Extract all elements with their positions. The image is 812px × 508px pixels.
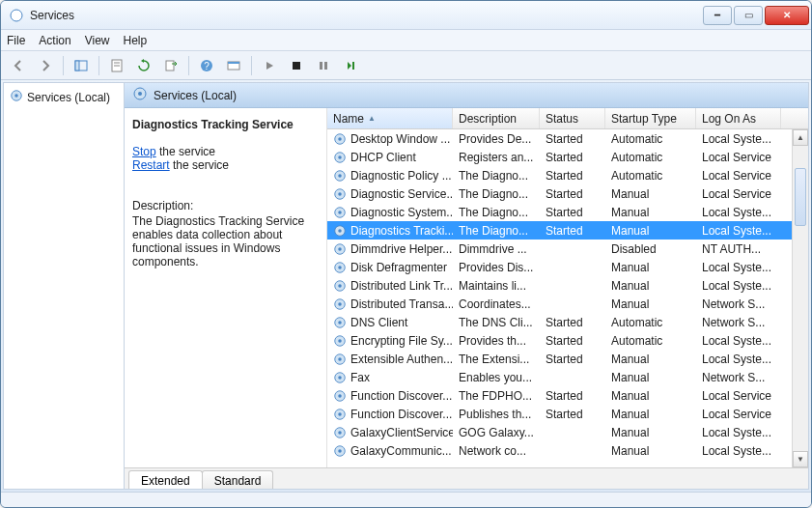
restart-link-suffix: the service [170,158,229,172]
restart-link[interactable]: Restart [132,158,170,172]
cell-name: Diagnostic Service... [327,187,453,201]
cell-description: Maintains li... [453,279,540,293]
tree-pane: Services (Local) [4,83,125,489]
svg-point-21 [338,137,342,141]
service-row[interactable]: Extensible Authen...The Extensi...Starte… [327,350,808,368]
cell-startup-type: Automatic [605,316,696,329]
menu-view[interactable]: View [85,34,110,47]
start-service-button[interactable] [258,54,281,77]
cell-log-on-as: Local Syste... [696,444,781,458]
cell-status: Started [540,224,605,238]
cell-startup-type: Manual [605,279,696,293]
svg-point-19 [138,92,142,96]
service-row[interactable]: Diagnostic Policy ...The Diagno...Starte… [327,166,808,184]
column-headers: Name▲ Description Status Startup Type Lo… [327,108,808,129]
service-row[interactable]: Dimmdrive Helper...Dimmdrive ...Disabled… [327,240,808,258]
service-row[interactable]: DNS ClientThe DNS Cli...StartedAutomatic… [327,313,808,331]
service-dialog-button[interactable] [222,54,245,77]
refresh-button[interactable] [132,54,155,77]
column-header-status[interactable]: Status [540,108,605,128]
svg-rect-3 [75,61,79,71]
cell-startup-type: Manual [605,224,696,238]
svg-rect-14 [324,62,327,70]
service-row[interactable]: Disk DefragmenterProvides Dis...ManualLo… [327,258,808,276]
tree-root-services-local[interactable]: Services (Local) [8,87,120,107]
cell-description: Enables you... [453,371,540,384]
cell-status: Started [540,169,605,183]
menu-file[interactable]: File [7,34,25,47]
column-header-name[interactable]: Name▲ [327,108,453,128]
column-header-log-on-as[interactable]: Log On As [696,108,781,128]
cell-status: Started [540,316,605,329]
svg-rect-13 [320,62,322,70]
scrollbar-thumb[interactable] [795,168,806,226]
cell-status: Started [540,132,605,146]
cell-log-on-as: Local Service [696,169,781,183]
close-button[interactable]: ✕ [765,6,809,25]
service-row[interactable]: Diagnostic System...The Diagno...Started… [327,203,808,221]
service-row[interactable]: FaxEnables you...ManualNetwork S... [327,368,808,386]
cell-name: DNS Client [327,316,453,329]
service-row[interactable]: Desktop Window ...Provides De...StartedA… [327,129,808,148]
maximize-button[interactable]: ▭ [734,6,763,25]
service-row[interactable]: Diagnostic Service...The Diagno...Starte… [327,184,808,203]
service-row[interactable]: DHCP ClientRegisters an...StartedAutomat… [327,148,808,166]
scroll-up-button[interactable]: ▲ [793,129,808,146]
pause-service-button[interactable] [312,54,335,77]
restart-service-button[interactable] [339,54,362,77]
service-row[interactable]: GalaxyCommunic...Network co...ManualLoca… [327,441,808,460]
detail-header: Services (Local) [125,83,808,108]
help-button[interactable]: ? [195,54,218,77]
svg-point-49 [338,394,342,398]
svg-point-47 [338,376,342,380]
menu-action[interactable]: Action [39,34,70,47]
service-row[interactable]: Distributed Transa...Coordinates...Manua… [327,295,808,313]
cell-name: DHCP Client [327,151,453,164]
column-header-startup-type[interactable]: Startup Type [605,108,696,128]
show-hide-tree-button[interactable] [70,54,93,77]
services-app-icon [9,8,24,23]
forward-button[interactable] [34,54,57,77]
tree-root-label: Services (Local) [27,91,110,104]
stop-service-button[interactable] [285,54,308,77]
detail-body: Diagnostics Tracking Service Stop the se… [125,108,808,467]
cell-description: Registers an... [453,151,540,164]
svg-point-37 [338,284,342,288]
toolbar-separator [251,56,252,75]
cell-log-on-as: Network S... [696,297,781,311]
menu-help[interactable]: Help [124,34,148,47]
service-row[interactable]: GalaxyClientServiceGOG Galaxy...ManualLo… [327,423,808,441]
service-row[interactable]: Function Discover...The FDPHO...StartedM… [327,386,808,405]
vertical-scrollbar[interactable]: ▲ ▼ [792,129,808,467]
cell-startup-type: Automatic [605,151,696,164]
properties-button[interactable] [105,54,128,77]
window-title: Services [30,9,703,22]
cell-name: Diagnostic Policy ... [327,169,453,183]
stop-link[interactable]: Stop [132,145,156,158]
detail-header-label: Services (Local) [154,89,237,102]
titlebar[interactable]: Services ━ ▭ ✕ [1,1,811,30]
cell-startup-type: Manual [605,261,696,274]
export-button[interactable] [159,54,182,77]
cell-startup-type: Manual [605,389,696,403]
svg-point-17 [14,94,18,98]
back-button[interactable] [7,54,30,77]
service-row[interactable]: Function Discover...Publishes th...Start… [327,405,808,423]
cell-startup-type: Manual [605,187,696,201]
scroll-down-button[interactable]: ▼ [793,451,808,467]
svg-point-29 [338,211,342,214]
service-row[interactable]: Encrypting File Sy...Provides th...Start… [327,331,808,350]
tab-extended[interactable]: Extended [128,470,203,490]
window-buttons: ━ ▭ ✕ [703,6,809,25]
cell-name: Desktop Window ... [327,132,453,146]
description-panel: Diagnostics Tracking Service Stop the se… [125,108,327,467]
minimize-button[interactable]: ━ [703,6,732,25]
cell-name: Diagnostic System... [327,206,453,219]
column-header-description[interactable]: Description [453,108,540,128]
cell-log-on-as: Local Syste... [696,132,781,146]
service-row[interactable]: Diagnostics Tracki...The Diagno...Starte… [327,221,808,240]
statusbar [1,492,811,507]
menubar: File Action View Help [1,30,811,51]
tab-standard[interactable]: Standard [202,470,274,490]
service-row[interactable]: Distributed Link Tr...Maintains li...Man… [327,276,808,295]
